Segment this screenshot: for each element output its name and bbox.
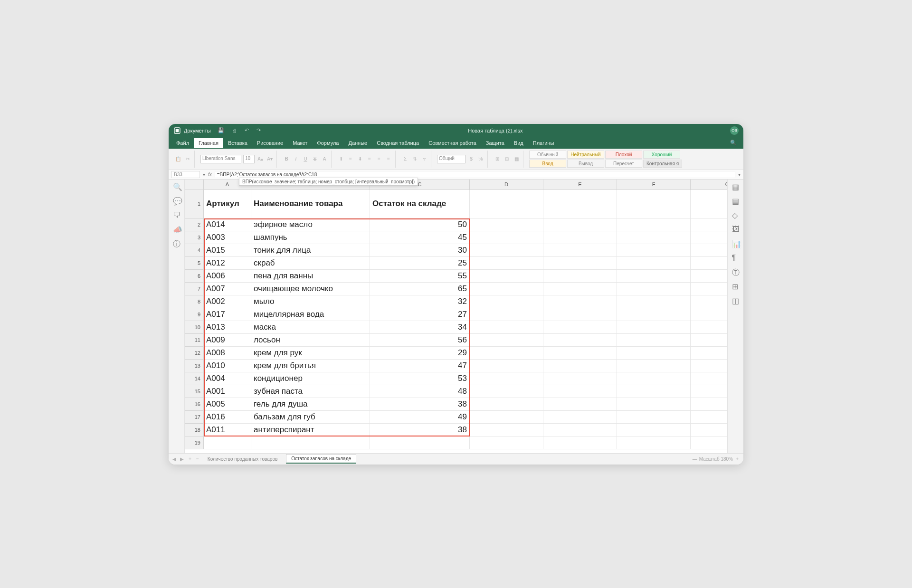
cell-E10[interactable] [543,321,617,334]
style-recalc[interactable]: Пересчет [605,160,642,168]
cell-B14[interactable]: кондиционер [251,372,370,385]
cell-A16[interactable]: A005 [204,398,251,411]
cell-F8[interactable] [617,295,691,308]
font-decrease-icon[interactable]: A▾ [266,155,274,163]
search-panel-icon[interactable]: 🔍 [173,182,180,190]
cell-G2[interactable] [691,218,727,231]
cell-F19[interactable] [617,436,691,449]
column-header-F[interactable]: F [617,180,691,190]
chevron-down-icon[interactable]: ▾ [203,172,205,177]
menu-plugins[interactable]: Плагины [528,138,559,148]
cell-G5[interactable] [691,257,727,270]
row-header-8[interactable]: 8 [185,295,204,308]
row-header-3[interactable]: 3 [185,231,204,244]
chat-panel-icon[interactable]: 🗨 [173,211,180,218]
cell-B10[interactable]: маска [251,321,370,334]
brand[interactable]: Документы [173,127,211,134]
style-neutral[interactable]: Нейтральный [567,151,604,159]
feedback-icon[interactable]: 📣 [173,225,180,233]
delete-cells-icon[interactable]: ⊟ [503,155,511,163]
cell-D5[interactable] [470,257,543,270]
cell-F17[interactable] [617,411,691,424]
formula-input[interactable]: =ВПР(A2;'Остаток запасов на складе'!A2:C… [215,171,735,178]
row-header-4[interactable]: 4 [185,244,204,257]
save-icon[interactable]: 💾 [218,127,224,133]
row-header-5[interactable]: 5 [185,257,204,270]
grid-corner[interactable] [185,180,204,190]
sheet-area[interactable]: ABCDEFG1АртикулНаименование товараОстато… [185,180,727,453]
cell-B19[interactable] [251,436,370,449]
cell-B1[interactable]: Наименование товара [251,190,370,218]
cell-E1[interactable] [543,190,617,218]
cell-D6[interactable] [470,270,543,283]
cell-D11[interactable] [470,334,543,347]
cell-E16[interactable] [543,398,617,411]
style-output[interactable]: Вывод [567,160,604,168]
cell-C7[interactable]: 65 [370,283,470,295]
zoom-in-icon[interactable]: ＋ [735,455,740,462]
cell-F12[interactable] [617,347,691,360]
info-icon[interactable]: ⓘ [173,239,180,247]
sort-icon[interactable]: ⇅ [411,155,418,163]
cell-E17[interactable] [543,411,617,424]
cell-C6[interactable]: 55 [370,270,470,283]
cell-G12[interactable] [691,347,727,360]
cell-E15[interactable] [543,385,617,398]
table-settings-icon[interactable]: ▤ [732,197,740,204]
sheet-next-icon[interactable]: ▶ [180,456,184,462]
cell-E13[interactable] [543,360,617,372]
cell-E11[interactable] [543,334,617,347]
align-mid-icon[interactable]: ≡ [347,155,354,163]
font-increase-icon[interactable]: A▴ [256,155,264,163]
style-input[interactable]: Ввод [529,160,566,168]
cell-D8[interactable] [470,295,543,308]
menu-pivot[interactable]: Сводная таблица [372,138,424,148]
row-header-17[interactable]: 17 [185,411,204,424]
cell-B13[interactable]: крем для бритья [251,360,370,372]
textart-icon[interactable]: Ⓣ [732,268,740,275]
filter-icon[interactable]: ▿ [420,155,428,163]
row-header-15[interactable]: 15 [185,385,204,398]
cell-A4[interactable]: A015 [204,244,251,257]
row-header-1[interactable]: 1 [185,190,204,218]
cell-B3[interactable]: шампунь [251,231,370,244]
cell-C19[interactable] [370,436,470,449]
row-header-16[interactable]: 16 [185,398,204,411]
comments-panel-icon[interactable]: 💬 [173,197,180,204]
menu-home[interactable]: Главная [194,138,223,148]
pivot-settings-icon[interactable]: ⊞ [732,282,740,290]
cell-E8[interactable] [543,295,617,308]
row-header-10[interactable]: 10 [185,321,204,334]
cell-D13[interactable] [470,360,543,372]
font-size-select[interactable]: 10 [243,155,255,163]
cell-F7[interactable] [617,283,691,295]
column-header-G[interactable]: G [691,180,727,190]
cell-settings-icon[interactable]: ▦ [732,182,740,190]
fx-label[interactable]: fx [208,172,212,177]
cut-icon[interactable]: ✂ [184,155,191,163]
undo-icon[interactable]: ↶ [245,127,249,133]
cell-D3[interactable] [470,231,543,244]
image-settings-icon[interactable]: 🖼 [732,225,740,233]
search-icon[interactable]: 🔍 [730,140,737,146]
cell-G1[interactable] [691,190,727,218]
cell-G19[interactable] [691,436,727,449]
cell-E2[interactable] [543,218,617,231]
cell-A19[interactable] [204,436,251,449]
cell-A7[interactable]: A007 [204,283,251,295]
sheet-tab-1[interactable]: Количество проданных товаров [203,455,282,463]
menu-collab[interactable]: Совместная работа [424,138,481,148]
row-header-11[interactable]: 11 [185,334,204,347]
cell-D16[interactable] [470,398,543,411]
row-header-12[interactable]: 12 [185,347,204,360]
cell-A14[interactable]: A004 [204,372,251,385]
cell-A3[interactable]: A003 [204,231,251,244]
cell-D17[interactable] [470,411,543,424]
formula-expand-icon[interactable]: ▾ [738,172,741,177]
cell-C9[interactable]: 27 [370,308,470,321]
cell-B2[interactable]: эфирное масло [251,218,370,231]
cell-F13[interactable] [617,360,691,372]
font-family-select[interactable]: Liberation Sans [200,155,241,163]
cell-E19[interactable] [543,436,617,449]
cell-D4[interactable] [470,244,543,257]
